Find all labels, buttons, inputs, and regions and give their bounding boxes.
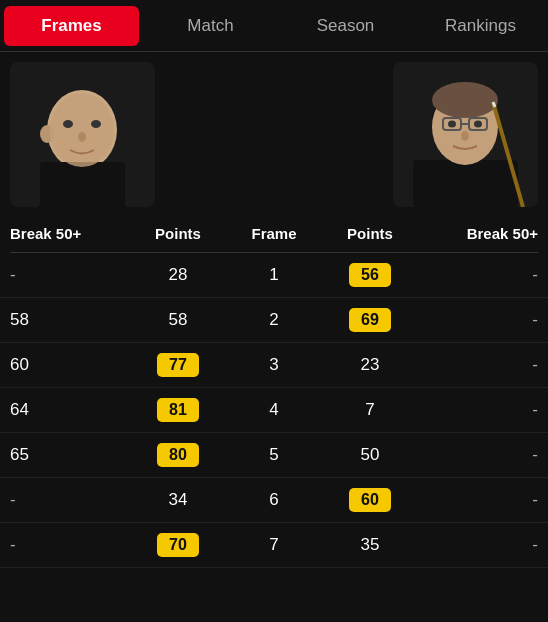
cell-points-right: 7 bbox=[314, 388, 426, 432]
tab-bar: Frames Match Season Rankings bbox=[0, 0, 548, 52]
cell-frame: 5 bbox=[234, 433, 314, 477]
cell-break50-right: - bbox=[426, 523, 538, 567]
cell-break50-left: - bbox=[10, 253, 122, 297]
cell-points-right: 35 bbox=[314, 523, 426, 567]
cell-points-right: 60 bbox=[314, 478, 426, 522]
col-points-right: Points bbox=[314, 217, 426, 250]
cell-break50-right: - bbox=[426, 343, 538, 387]
cell-frame: 4 bbox=[234, 388, 314, 432]
svg-point-17 bbox=[448, 121, 456, 128]
cell-break50-left: 64 bbox=[10, 388, 122, 432]
cell-points-right: 69 bbox=[314, 298, 426, 342]
table-row: 5858269- bbox=[0, 298, 548, 343]
cell-frame: 1 bbox=[234, 253, 314, 297]
player-left-photo bbox=[10, 62, 155, 207]
cell-points-right: 50 bbox=[314, 433, 426, 477]
points-left-badge: 80 bbox=[157, 443, 199, 467]
table-row: -70735- bbox=[0, 523, 548, 568]
tab-frames[interactable]: Frames bbox=[4, 6, 139, 46]
points-left-badge: 77 bbox=[157, 353, 199, 377]
table-row: -28156- bbox=[0, 253, 548, 298]
table-header: Break 50+ Points Frame Points Break 50+ bbox=[0, 217, 548, 250]
svg-point-18 bbox=[474, 121, 482, 128]
cell-frame: 6 bbox=[234, 478, 314, 522]
cell-break50-right: - bbox=[426, 433, 538, 477]
player-right-photo bbox=[393, 62, 538, 207]
svg-point-19 bbox=[461, 131, 469, 141]
tab-match[interactable]: Match bbox=[143, 0, 278, 51]
points-right-badge: 56 bbox=[349, 263, 391, 287]
points-left-badge: 70 bbox=[157, 533, 199, 557]
cell-points-left: 80 bbox=[122, 433, 234, 477]
cell-break50-left: - bbox=[10, 523, 122, 567]
cell-break50-right: - bbox=[426, 298, 538, 342]
cell-points-left: 81 bbox=[122, 388, 234, 432]
svg-rect-11 bbox=[413, 160, 518, 207]
col-break50-right: Break 50+ bbox=[426, 217, 538, 250]
cell-break50-left: 60 bbox=[10, 343, 122, 387]
cell-break50-left: 58 bbox=[10, 298, 122, 342]
svg-point-7 bbox=[91, 120, 101, 128]
table-row: 6580550- bbox=[0, 433, 548, 478]
cell-frame: 7 bbox=[234, 523, 314, 567]
cell-break50-left: - bbox=[10, 478, 122, 522]
table-row: -34660- bbox=[0, 478, 548, 523]
cell-points-left: 70 bbox=[122, 523, 234, 567]
cell-break50-right: - bbox=[426, 388, 538, 432]
cell-frame: 2 bbox=[234, 298, 314, 342]
svg-point-8 bbox=[78, 132, 86, 142]
cell-points-right: 23 bbox=[314, 343, 426, 387]
table-body: -28156-5858269-6077323-648147-6580550--3… bbox=[0, 253, 548, 568]
col-points-left: Points bbox=[122, 217, 234, 250]
cell-break50-left: 65 bbox=[10, 433, 122, 477]
points-right-badge: 69 bbox=[349, 308, 391, 332]
svg-point-13 bbox=[432, 82, 498, 118]
tab-rankings[interactable]: Rankings bbox=[413, 0, 548, 51]
cell-points-left: 77 bbox=[122, 343, 234, 387]
points-right-badge: 60 bbox=[349, 488, 391, 512]
cell-points-right: 56 bbox=[314, 253, 426, 297]
tab-season[interactable]: Season bbox=[278, 0, 413, 51]
svg-point-5 bbox=[50, 93, 114, 167]
players-section bbox=[0, 52, 548, 217]
svg-rect-3 bbox=[40, 162, 125, 207]
svg-line-21 bbox=[493, 102, 495, 107]
cell-break50-right: - bbox=[426, 478, 538, 522]
points-left-badge: 81 bbox=[157, 398, 199, 422]
col-break50-left: Break 50+ bbox=[10, 217, 122, 250]
cell-frame: 3 bbox=[234, 343, 314, 387]
svg-point-6 bbox=[63, 120, 73, 128]
cell-points-left: 58 bbox=[122, 298, 234, 342]
cell-points-left: 28 bbox=[122, 253, 234, 297]
cell-points-left: 34 bbox=[122, 478, 234, 522]
col-frame: Frame bbox=[234, 217, 314, 250]
cell-break50-right: - bbox=[426, 253, 538, 297]
table-row: 648147- bbox=[0, 388, 548, 433]
table-row: 6077323- bbox=[0, 343, 548, 388]
